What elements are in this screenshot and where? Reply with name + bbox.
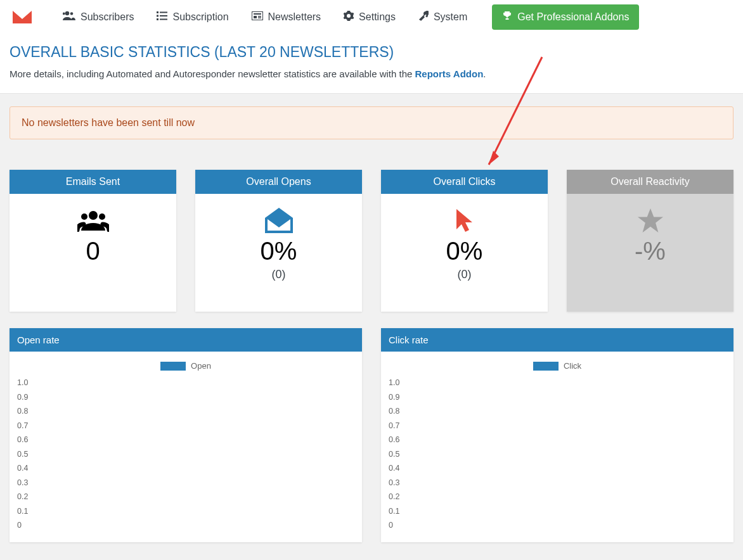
svg-rect-12 (258, 16, 261, 17)
card-overall-opens: Overall Opens 0% (0) (195, 170, 362, 312)
overall-clicks-sub: (0) (387, 268, 541, 281)
overall-opens-sub: (0) (202, 268, 356, 281)
wrench-icon (418, 11, 429, 23)
svg-point-0 (65, 11, 69, 15)
logo-icon (13, 11, 32, 23)
ytick: 0.5 (15, 447, 357, 462)
list-icon (157, 11, 167, 23)
nav-system-label: System (434, 11, 467, 23)
ytick: 0.5 (386, 447, 728, 462)
nav-subscription-label: Subscription (172, 11, 228, 23)
chart-legend: Open (15, 361, 357, 371)
ytick: 0 (386, 518, 728, 533)
card-title: Overall Clicks (381, 170, 548, 194)
get-pro-label: Get Professional Addons (517, 11, 629, 23)
svg-point-17 (81, 213, 87, 220)
no-newsletters-notice: No newsletters have been sent till now (10, 106, 733, 139)
ytick: 0.8 (15, 404, 357, 419)
svg-rect-4 (160, 12, 167, 13)
subtitle-pre: More details, including Automated and Au… (10, 68, 415, 79)
ytick: 1.0 (386, 376, 728, 390)
card-overall-reactivity: Overall Reactivity -% (567, 170, 733, 312)
users-group-icon (16, 207, 170, 234)
ytick: 0.1 (15, 504, 357, 519)
card-title: Overall Reactivity (567, 170, 733, 194)
svg-point-18 (99, 213, 105, 220)
chart-legend: Click (386, 361, 728, 371)
nav-subscribers-label: Subscribers (81, 11, 134, 23)
get-pro-button[interactable]: Get Professional Addons (492, 4, 639, 30)
ytick: 0.6 (15, 433, 357, 447)
nav-settings[interactable]: Settings (334, 0, 405, 34)
overall-reactivity-value: -% (573, 237, 727, 265)
svg-rect-6 (160, 15, 167, 16)
page-subtitle: More details, including Automated and Au… (10, 68, 733, 79)
legend-swatch-icon (160, 362, 186, 371)
ytick: 1.0 (15, 376, 357, 390)
ytick: 0.7 (386, 419, 728, 433)
ytick: 0.9 (386, 390, 728, 405)
emails-sent-value: 0 (16, 237, 170, 265)
svg-rect-10 (254, 13, 261, 15)
ytick: 0.6 (386, 433, 728, 447)
page-title: OVERALL BASIC STATISTICS (LAST 20 NEWSLE… (10, 44, 733, 61)
page-header: OVERALL BASIC STATISTICS (LAST 20 NEWSLE… (0, 34, 743, 94)
nav-system[interactable]: System (409, 0, 477, 34)
svg-rect-9 (252, 11, 263, 20)
chart-yaxis: 1.0 0.9 0.8 0.7 0.6 0.5 0.4 0.3 0.2 0.1 … (15, 376, 357, 533)
gear-icon (344, 11, 354, 23)
nav-subscribers[interactable]: Subscribers (53, 0, 143, 34)
chart-open-rate: Open rate Open 1.0 0.9 0.8 0.7 0.6 0.5 0… (10, 328, 362, 542)
reports-addon-link[interactable]: Reports Addon (415, 68, 484, 79)
chart-title: Click rate (381, 328, 733, 352)
ytick: 0.2 (15, 490, 357, 504)
chart-yaxis: 1.0 0.9 0.8 0.7 0.6 0.5 0.4 0.3 0.2 0.1 … (386, 376, 728, 533)
card-title: Emails Sent (10, 170, 176, 194)
trophy-icon (502, 11, 512, 23)
svg-point-1 (70, 12, 74, 15)
svg-rect-7 (157, 18, 158, 20)
ytick: 0 (15, 518, 357, 533)
subtitle-post: . (483, 68, 486, 79)
charts-row: Open rate Open 1.0 0.9 0.8 0.7 0.6 0.5 0… (10, 328, 733, 542)
svg-marker-15 (489, 151, 499, 165)
ytick: 0.7 (15, 419, 357, 433)
svg-rect-8 (160, 19, 167, 20)
nav-newsletters-label: Newsletters (268, 11, 321, 23)
ytick: 0.8 (386, 404, 728, 419)
svg-rect-13 (258, 18, 261, 19)
top-nav: Subscribers Subscription Newsletters Set… (0, 0, 743, 34)
cursor-icon (387, 207, 541, 234)
ytick: 0.9 (15, 390, 357, 405)
ytick: 0.3 (15, 476, 357, 490)
overall-clicks-value: 0% (387, 237, 541, 265)
legend-label: Open (191, 361, 211, 371)
content-area: No newsletters have been sent till now E… (0, 94, 743, 555)
chart-title: Open rate (10, 328, 362, 352)
card-emails-sent: Emails Sent 0 (10, 170, 176, 312)
chart-click-rate: Click rate Click 1.0 0.9 0.8 0.7 0.6 0.5… (381, 328, 733, 542)
svg-point-2 (63, 13, 65, 15)
newspaper-icon (252, 11, 263, 23)
card-overall-clicks: Overall Clicks 0% (0) (381, 170, 548, 312)
svg-point-16 (89, 211, 98, 220)
nav-subscription[interactable]: Subscription (147, 0, 238, 34)
users-icon (63, 11, 75, 23)
svg-rect-3 (157, 11, 158, 13)
ytick: 0.4 (386, 461, 728, 476)
overall-opens-value: 0% (202, 237, 356, 265)
nav-newsletters[interactable]: Newsletters (242, 0, 331, 34)
card-title: Overall Opens (195, 170, 362, 194)
nav-settings-label: Settings (359, 11, 396, 23)
ytick: 0.3 (386, 476, 728, 490)
star-icon (573, 207, 727, 234)
ytick: 0.2 (386, 490, 728, 504)
stat-cards-row: Emails Sent 0 Overall Opens 0% (0) Overa… (10, 170, 733, 312)
ytick: 0.1 (386, 504, 728, 519)
legend-swatch-icon (533, 362, 559, 371)
ytick: 0.4 (15, 461, 357, 476)
svg-rect-11 (254, 16, 257, 18)
svg-rect-5 (157, 15, 158, 17)
legend-label: Click (564, 361, 581, 371)
envelope-open-icon (202, 207, 356, 234)
